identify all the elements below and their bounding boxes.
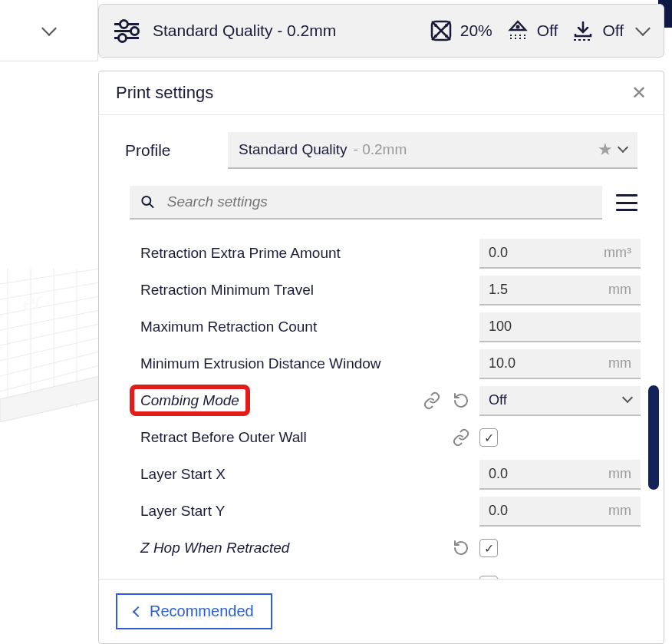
setting-label-text: Z Hop Only Over Printed Parts xyxy=(140,576,338,579)
setting-label-text: Retraction Extra Prime Amount xyxy=(140,245,341,261)
svg-text:er: er xyxy=(23,287,43,315)
search-field[interactable] xyxy=(167,193,591,210)
chevron-down-icon xyxy=(41,21,57,36)
setting-unit: mm³ xyxy=(604,245,631,261)
setting-label-wrap: Maximum Retraction Count xyxy=(140,319,472,335)
svg-line-5 xyxy=(0,338,100,361)
setting-value: 0.0 xyxy=(489,245,604,261)
buildplate-background: er xyxy=(0,269,100,422)
setting-select[interactable]: Off xyxy=(479,386,641,416)
profile-label: Profile xyxy=(125,141,209,160)
setting-row: Minimum Extrusion Distance Window10.0mm xyxy=(140,345,641,382)
setting-label-wrap: Z Hop When Retracted xyxy=(140,540,443,556)
search-icon xyxy=(140,194,155,210)
setting-value: 0.0 xyxy=(489,466,608,482)
link-icon[interactable] xyxy=(421,390,443,411)
chevron-down-icon xyxy=(622,392,633,403)
setting-unit: mm xyxy=(608,355,631,372)
setting-value: 100 xyxy=(489,319,631,335)
panel-title: Print settings xyxy=(116,83,213,103)
setting-label-text: Combing Mode xyxy=(130,385,250,416)
setting-label-wrap: Layer Start Y xyxy=(140,503,472,520)
setting-label-wrap: Combing Mode xyxy=(140,392,413,409)
setting-value-input[interactable]: 100 xyxy=(479,312,641,342)
setting-value-input[interactable]: 0.0mm³ xyxy=(479,239,641,269)
profile-selected-suffix: - 0.2mm xyxy=(354,141,407,158)
setting-label-wrap: Retraction Minimum Travel xyxy=(140,282,472,299)
setting-label-text: Retraction Minimum Travel xyxy=(140,282,314,298)
recommended-label: Recommended xyxy=(150,603,254,620)
setting-value-input[interactable]: 1.5mm xyxy=(479,276,641,305)
svg-line-1 xyxy=(0,282,100,299)
setting-row: Layer Start Y0.0mm xyxy=(140,493,641,530)
setting-unit: mm xyxy=(608,466,631,482)
support-icon xyxy=(506,19,529,42)
settings-menu-button[interactable] xyxy=(616,194,637,211)
setting-checkbox[interactable] xyxy=(479,576,498,579)
recommended-button[interactable]: Recommended xyxy=(116,593,272,629)
setting-label-wrap: Z Hop Only Over Printed Parts xyxy=(140,576,472,579)
setting-value-input[interactable]: 10.0mm xyxy=(479,349,641,379)
topbar-left-dropdown[interactable] xyxy=(0,0,98,61)
setting-row: Retraction Minimum Travel1.5mm xyxy=(140,272,641,309)
print-settings-summary-bar[interactable]: Standard Quality - 0.2mm 20% Off Off xyxy=(98,4,664,58)
reset-icon[interactable] xyxy=(450,390,472,411)
setting-row: Maximum Retraction Count100 xyxy=(140,309,641,345)
setting-checkbox-wrap: ✓ xyxy=(479,539,641,557)
adhesion-value: Off xyxy=(602,21,624,40)
setting-value: 1.5 xyxy=(489,282,608,298)
profile-summary-label: Standard Quality - 0.2mm xyxy=(153,21,416,40)
chevron-down-icon xyxy=(618,142,628,153)
adhesion-summary: Off xyxy=(572,19,624,42)
setting-label-wrap: Minimum Extrusion Distance Window xyxy=(140,355,472,372)
svg-line-27 xyxy=(150,203,153,207)
settings-list: Retraction Extra Prime Amount0.0mm³Retra… xyxy=(99,227,664,579)
setting-label-wrap: Layer Start X xyxy=(140,466,472,483)
setting-checkbox[interactable]: ✓ xyxy=(479,539,498,557)
setting-value: 10.0 xyxy=(489,355,608,372)
link-icon[interactable] xyxy=(450,427,472,448)
setting-label-text: Layer Start X xyxy=(140,466,226,482)
setting-row: Z Hop Only Over Printed Parts xyxy=(140,566,641,579)
svg-line-0 xyxy=(0,269,100,284)
chevron-down-icon xyxy=(635,21,651,36)
setting-value-input[interactable]: 0.0mm xyxy=(479,460,641,490)
setting-unit: mm xyxy=(608,282,631,298)
chevron-left-icon xyxy=(133,606,143,616)
search-settings-input[interactable] xyxy=(130,186,602,220)
setting-unit: mm xyxy=(608,503,631,519)
infill-value: 20% xyxy=(460,21,492,40)
setting-row: Z Hop When Retracted✓ xyxy=(140,530,641,566)
sliders-icon xyxy=(114,21,139,40)
profile-dropdown[interactable]: Standard Quality - 0.2mm ★ xyxy=(228,132,637,169)
setting-row: Layer Start X0.0mm xyxy=(140,456,641,493)
setting-label-text: Layer Start Y xyxy=(140,503,226,519)
svg-line-2 xyxy=(0,296,100,315)
setting-value: 0.0 xyxy=(489,503,608,519)
setting-label-wrap: Retraction Extra Prime Amount xyxy=(140,245,472,262)
setting-label-text: Retract Before Outer Wall xyxy=(140,429,307,445)
setting-checkbox-wrap: ✓ xyxy=(479,428,641,447)
support-summary: Off xyxy=(506,19,558,42)
setting-label-text: Minimum Extrusion Distance Window xyxy=(140,355,381,372)
print-settings-panel: Print settings ✕ Profile Standard Qualit… xyxy=(98,71,664,644)
setting-value-input[interactable]: 0.0mm xyxy=(479,497,641,527)
adhesion-icon xyxy=(572,19,595,42)
svg-point-20 xyxy=(516,25,519,29)
star-icon[interactable]: ★ xyxy=(598,140,613,160)
setting-value: Off xyxy=(489,392,624,408)
setting-row: Retract Before Outer Wall✓ xyxy=(140,419,641,456)
setting-label-text: Z Hop When Retracted xyxy=(140,540,289,556)
setting-checkbox-wrap xyxy=(479,576,641,579)
profile-selected-name: Standard Quality xyxy=(239,141,348,158)
setting-label-wrap: Retract Before Outer Wall xyxy=(140,429,443,446)
setting-row: Retraction Extra Prime Amount0.0mm³ xyxy=(140,235,641,272)
setting-row: Combing ModeOff xyxy=(140,382,641,419)
reset-icon[interactable] xyxy=(450,537,472,559)
setting-label-text: Maximum Retraction Count xyxy=(140,319,317,335)
setting-checkbox[interactable]: ✓ xyxy=(479,428,498,447)
scrollbar-thumb[interactable] xyxy=(648,385,659,490)
close-button[interactable]: ✕ xyxy=(631,82,647,104)
svg-line-6 xyxy=(0,352,100,376)
support-value: Off xyxy=(537,21,558,40)
